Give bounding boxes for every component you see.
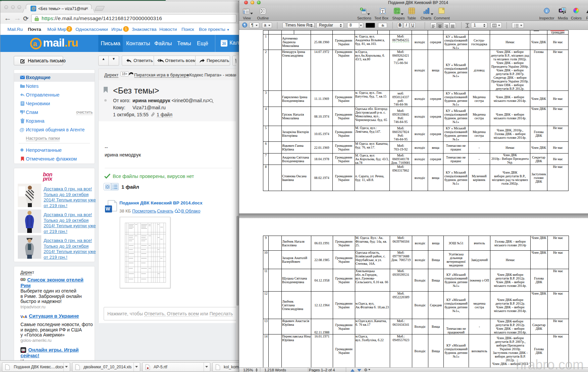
svg-text:T: T <box>381 9 384 14</box>
svg-text:a: a <box>33 40 37 48</box>
